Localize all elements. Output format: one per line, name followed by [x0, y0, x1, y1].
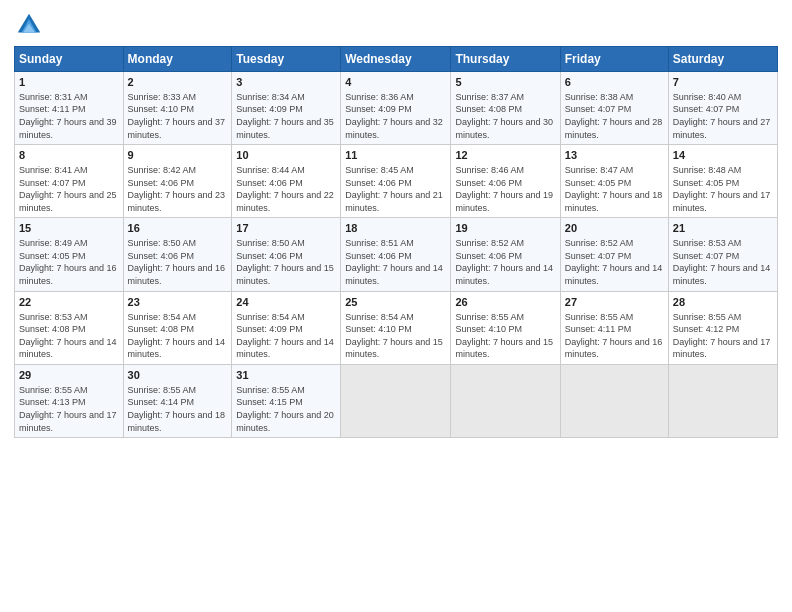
day-number: 9 [128, 148, 228, 163]
calendar-cell: 18Sunrise: 8:51 AMSunset: 4:06 PMDayligh… [341, 218, 451, 291]
day-number: 14 [673, 148, 773, 163]
day-number: 15 [19, 221, 119, 236]
day-number: 4 [345, 75, 446, 90]
calendar-cell: 23Sunrise: 8:54 AMSunset: 4:08 PMDayligh… [123, 291, 232, 364]
calendar-cell [451, 364, 560, 437]
calendar-cell: 26Sunrise: 8:55 AMSunset: 4:10 PMDayligh… [451, 291, 560, 364]
calendar-cell: 17Sunrise: 8:50 AMSunset: 4:06 PMDayligh… [232, 218, 341, 291]
day-number: 20 [565, 221, 664, 236]
day-detail: Sunrise: 8:52 AMSunset: 4:06 PMDaylight:… [455, 237, 555, 287]
calendar-cell: 4Sunrise: 8:36 AMSunset: 4:09 PMDaylight… [341, 72, 451, 145]
calendar-cell [560, 364, 668, 437]
calendar-cell: 6Sunrise: 8:38 AMSunset: 4:07 PMDaylight… [560, 72, 668, 145]
day-detail: Sunrise: 8:55 AMSunset: 4:13 PMDaylight:… [19, 384, 119, 434]
calendar-cell: 15Sunrise: 8:49 AMSunset: 4:05 PMDayligh… [15, 218, 124, 291]
day-detail: Sunrise: 8:55 AMSunset: 4:10 PMDaylight:… [455, 311, 555, 361]
logo-icon [14, 10, 44, 40]
day-number: 2 [128, 75, 228, 90]
calendar-cell: 1Sunrise: 8:31 AMSunset: 4:11 PMDaylight… [15, 72, 124, 145]
calendar-cell [341, 364, 451, 437]
day-detail: Sunrise: 8:31 AMSunset: 4:11 PMDaylight:… [19, 91, 119, 141]
header-day-thursday: Thursday [451, 47, 560, 72]
day-detail: Sunrise: 8:48 AMSunset: 4:05 PMDaylight:… [673, 164, 773, 214]
day-number: 6 [565, 75, 664, 90]
day-number: 28 [673, 295, 773, 310]
day-detail: Sunrise: 8:42 AMSunset: 4:06 PMDaylight:… [128, 164, 228, 214]
day-detail: Sunrise: 8:46 AMSunset: 4:06 PMDaylight:… [455, 164, 555, 214]
day-number: 12 [455, 148, 555, 163]
day-detail: Sunrise: 8:44 AMSunset: 4:06 PMDaylight:… [236, 164, 336, 214]
day-detail: Sunrise: 8:40 AMSunset: 4:07 PMDaylight:… [673, 91, 773, 141]
header-day-sunday: Sunday [15, 47, 124, 72]
day-number: 19 [455, 221, 555, 236]
day-detail: Sunrise: 8:55 AMSunset: 4:11 PMDaylight:… [565, 311, 664, 361]
calendar-cell: 14Sunrise: 8:48 AMSunset: 4:05 PMDayligh… [668, 145, 777, 218]
header [14, 10, 778, 40]
day-detail: Sunrise: 8:50 AMSunset: 4:06 PMDaylight:… [128, 237, 228, 287]
calendar-cell: 21Sunrise: 8:53 AMSunset: 4:07 PMDayligh… [668, 218, 777, 291]
week-row-1: 1Sunrise: 8:31 AMSunset: 4:11 PMDaylight… [15, 72, 778, 145]
day-number: 22 [19, 295, 119, 310]
day-detail: Sunrise: 8:55 AMSunset: 4:14 PMDaylight:… [128, 384, 228, 434]
day-number: 10 [236, 148, 336, 163]
calendar-body: 1Sunrise: 8:31 AMSunset: 4:11 PMDaylight… [15, 72, 778, 438]
day-detail: Sunrise: 8:52 AMSunset: 4:07 PMDaylight:… [565, 237, 664, 287]
header-day-tuesday: Tuesday [232, 47, 341, 72]
day-number: 11 [345, 148, 446, 163]
day-number: 3 [236, 75, 336, 90]
day-number: 25 [345, 295, 446, 310]
week-row-4: 22Sunrise: 8:53 AMSunset: 4:08 PMDayligh… [15, 291, 778, 364]
calendar-cell: 16Sunrise: 8:50 AMSunset: 4:06 PMDayligh… [123, 218, 232, 291]
day-number: 31 [236, 368, 336, 383]
calendar-cell: 28Sunrise: 8:55 AMSunset: 4:12 PMDayligh… [668, 291, 777, 364]
calendar-cell: 10Sunrise: 8:44 AMSunset: 4:06 PMDayligh… [232, 145, 341, 218]
calendar-cell: 27Sunrise: 8:55 AMSunset: 4:11 PMDayligh… [560, 291, 668, 364]
day-number: 7 [673, 75, 773, 90]
day-number: 16 [128, 221, 228, 236]
day-detail: Sunrise: 8:55 AMSunset: 4:15 PMDaylight:… [236, 384, 336, 434]
calendar-cell: 12Sunrise: 8:46 AMSunset: 4:06 PMDayligh… [451, 145, 560, 218]
calendar-cell: 24Sunrise: 8:54 AMSunset: 4:09 PMDayligh… [232, 291, 341, 364]
day-detail: Sunrise: 8:53 AMSunset: 4:08 PMDaylight:… [19, 311, 119, 361]
day-detail: Sunrise: 8:45 AMSunset: 4:06 PMDaylight:… [345, 164, 446, 214]
day-detail: Sunrise: 8:33 AMSunset: 4:10 PMDaylight:… [128, 91, 228, 141]
day-detail: Sunrise: 8:54 AMSunset: 4:08 PMDaylight:… [128, 311, 228, 361]
calendar-cell: 11Sunrise: 8:45 AMSunset: 4:06 PMDayligh… [341, 145, 451, 218]
day-detail: Sunrise: 8:55 AMSunset: 4:12 PMDaylight:… [673, 311, 773, 361]
day-number: 24 [236, 295, 336, 310]
header-day-monday: Monday [123, 47, 232, 72]
day-number: 23 [128, 295, 228, 310]
header-row: SundayMondayTuesdayWednesdayThursdayFrid… [15, 47, 778, 72]
day-number: 29 [19, 368, 119, 383]
day-number: 13 [565, 148, 664, 163]
page: SundayMondayTuesdayWednesdayThursdayFrid… [0, 0, 792, 612]
calendar-header: SundayMondayTuesdayWednesdayThursdayFrid… [15, 47, 778, 72]
day-detail: Sunrise: 8:38 AMSunset: 4:07 PMDaylight:… [565, 91, 664, 141]
calendar-cell: 30Sunrise: 8:55 AMSunset: 4:14 PMDayligh… [123, 364, 232, 437]
header-day-friday: Friday [560, 47, 668, 72]
day-number: 26 [455, 295, 555, 310]
calendar-cell: 20Sunrise: 8:52 AMSunset: 4:07 PMDayligh… [560, 218, 668, 291]
day-detail: Sunrise: 8:47 AMSunset: 4:05 PMDaylight:… [565, 164, 664, 214]
calendar-cell: 3Sunrise: 8:34 AMSunset: 4:09 PMDaylight… [232, 72, 341, 145]
calendar-cell: 7Sunrise: 8:40 AMSunset: 4:07 PMDaylight… [668, 72, 777, 145]
day-detail: Sunrise: 8:50 AMSunset: 4:06 PMDaylight:… [236, 237, 336, 287]
day-detail: Sunrise: 8:41 AMSunset: 4:07 PMDaylight:… [19, 164, 119, 214]
day-number: 17 [236, 221, 336, 236]
header-day-wednesday: Wednesday [341, 47, 451, 72]
calendar-cell: 31Sunrise: 8:55 AMSunset: 4:15 PMDayligh… [232, 364, 341, 437]
week-row-3: 15Sunrise: 8:49 AMSunset: 4:05 PMDayligh… [15, 218, 778, 291]
week-row-5: 29Sunrise: 8:55 AMSunset: 4:13 PMDayligh… [15, 364, 778, 437]
day-detail: Sunrise: 8:51 AMSunset: 4:06 PMDaylight:… [345, 237, 446, 287]
calendar-cell: 5Sunrise: 8:37 AMSunset: 4:08 PMDaylight… [451, 72, 560, 145]
calendar-cell: 19Sunrise: 8:52 AMSunset: 4:06 PMDayligh… [451, 218, 560, 291]
calendar-cell: 8Sunrise: 8:41 AMSunset: 4:07 PMDaylight… [15, 145, 124, 218]
logo [14, 10, 48, 40]
header-day-saturday: Saturday [668, 47, 777, 72]
day-number: 5 [455, 75, 555, 90]
day-detail: Sunrise: 8:34 AMSunset: 4:09 PMDaylight:… [236, 91, 336, 141]
calendar-cell: 29Sunrise: 8:55 AMSunset: 4:13 PMDayligh… [15, 364, 124, 437]
day-number: 30 [128, 368, 228, 383]
day-detail: Sunrise: 8:53 AMSunset: 4:07 PMDaylight:… [673, 237, 773, 287]
day-detail: Sunrise: 8:36 AMSunset: 4:09 PMDaylight:… [345, 91, 446, 141]
